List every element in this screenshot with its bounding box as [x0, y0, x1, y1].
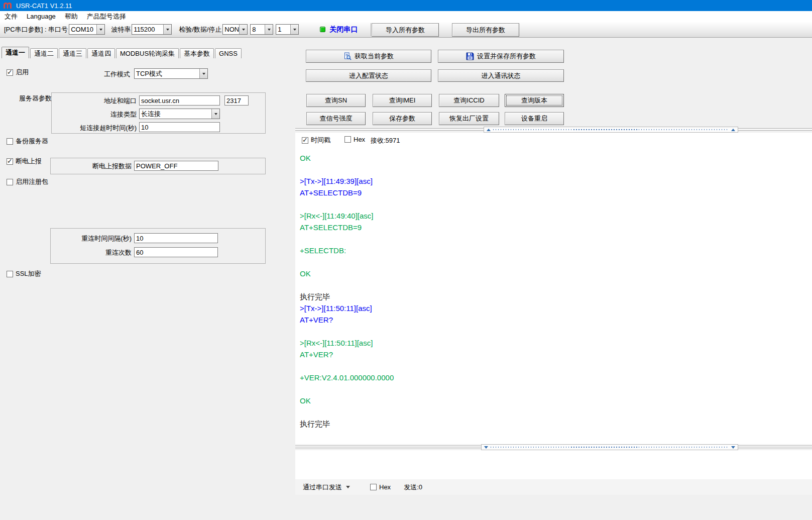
import-all-params-button[interactable]: 导入所有参数: [372, 23, 439, 37]
tab-channel-4[interactable]: 通道四: [87, 48, 115, 58]
reconnect-times-input[interactable]: [134, 247, 218, 257]
log-line: [300, 198, 812, 210]
grip-dots-icon: [493, 129, 729, 130]
tab-channel-3[interactable]: 通道三: [59, 48, 86, 58]
tab-channel-1[interactable]: 通道一: [2, 47, 29, 58]
reg-pack-label: 启用注册包: [16, 177, 48, 186]
log-line: OK: [300, 395, 812, 406]
baud-rate-select[interactable]: 115200: [132, 24, 172, 35]
timestamp-label: 时间戳: [311, 136, 330, 145]
save-icon: [466, 52, 474, 60]
log-line: 执行完毕: [300, 291, 812, 302]
enable-label: 启用: [16, 68, 29, 77]
log-bottom-splitter[interactable]: [295, 444, 812, 450]
menu-language[interactable]: Language: [22, 11, 60, 22]
tab-channel-2[interactable]: 通道二: [30, 48, 58, 58]
power-off-data-input[interactable]: [134, 161, 218, 171]
server-address-input[interactable]: [139, 95, 220, 106]
log-line: [300, 164, 812, 175]
ssl-checkbox-row: SSL加密: [7, 269, 41, 278]
channel-tabs: 通道一 通道二 通道三 通道四 MODBUS轮询采集 基本参数 GNSS: [2, 47, 242, 58]
parity-select[interactable]: NONI: [222, 24, 248, 35]
address-port-label: 地址和端口: [71, 96, 137, 106]
factory-reset-button[interactable]: 恢复出厂设置: [439, 112, 499, 125]
tab-modbus-polling[interactable]: MODBUS轮询采集: [116, 48, 179, 58]
backup-server-checkbox[interactable]: [7, 138, 13, 145]
chevron-down-icon: [239, 25, 247, 34]
tab-gnss[interactable]: GNSS: [215, 48, 242, 58]
stop-bits-select[interactable]: 1: [276, 24, 299, 35]
collapse-up-icon[interactable]: [731, 129, 735, 131]
send-via-serial-button[interactable]: 通过串口发送: [303, 483, 350, 492]
serial-toolbar: [PC串口参数] : 串口号 COM10 波特率 115200 检验/数据/停止…: [0, 22, 812, 38]
send-hex-checkbox-row: Hex: [370, 483, 391, 491]
log-line: OK: [300, 152, 812, 164]
log-line: 执行完毕: [300, 418, 812, 430]
device-reboot-button[interactable]: 设备重启: [505, 112, 564, 125]
splitter-grip[interactable]: [481, 444, 738, 450]
server-params-label: 服务器参数: [19, 93, 52, 103]
collapse-down-icon[interactable]: [484, 446, 488, 449]
port-open-led-icon: [320, 27, 325, 32]
power-off-report-checkbox[interactable]: [7, 158, 13, 165]
send-hex-label: Hex: [379, 483, 391, 491]
timestamp-checkbox-row: 时间戳: [302, 136, 330, 145]
power-off-data-label: 断电上报数据: [60, 161, 132, 171]
log-line: [300, 256, 812, 268]
log-line: AT+VER?: [300, 349, 812, 360]
log-line: AT+VER?: [300, 314, 812, 326]
data-bits-select[interactable]: 8: [250, 24, 273, 35]
com-port-select[interactable]: COM10: [69, 24, 105, 35]
short-conn-timeout-input[interactable]: [139, 122, 220, 132]
log-line: +SELECTDB:: [300, 245, 812, 256]
receive-hex-label: Hex: [354, 136, 365, 143]
baud-rate-label: 波特率: [111, 25, 131, 34]
set-save-all-params-button[interactable]: 设置并保存所有参数: [438, 50, 564, 63]
usr-cat1-window: USR-CAT1 V1.2.11 文件 Language 帮助 产品型号选择 […: [0, 0, 812, 520]
send-hex-checkbox[interactable]: [370, 484, 377, 490]
ssl-label: SSL加密: [16, 269, 41, 278]
send-input[interactable]: [295, 450, 812, 479]
log-top-splitter[interactable]: [295, 127, 812, 133]
connection-type-select[interactable]: 长连接: [139, 109, 220, 119]
enable-checkbox[interactable]: [7, 69, 13, 76]
chevron-down-icon: [290, 25, 298, 34]
log-line: [300, 360, 812, 372]
collapse-up-icon[interactable]: [487, 129, 491, 131]
get-current-params-button[interactable]: 获取当前参数: [306, 50, 431, 63]
receive-hex-checkbox[interactable]: [344, 136, 351, 143]
query-iccid-button[interactable]: 查询ICCID: [439, 94, 499, 107]
timestamp-checkbox[interactable]: [302, 137, 308, 144]
work-mode-select[interactable]: TCP模式: [134, 68, 208, 79]
query-sn-button[interactable]: 查询SN: [306, 94, 366, 107]
reconnect-interval-input[interactable]: [134, 233, 218, 243]
export-all-params-button[interactable]: 导出所有参数: [452, 23, 519, 37]
query-imei-button[interactable]: 查询IMEI: [373, 94, 432, 107]
serial-port-label: [PC串口参数] : 串口号: [4, 25, 68, 34]
collapse-down-icon[interactable]: [731, 446, 735, 449]
send-bar: 通过串口发送 Hex 发送:0: [295, 479, 812, 495]
close-port-button[interactable]: 关闭串口: [329, 25, 358, 34]
log-output[interactable]: OK >[Tx->][11:49:39][asc]AT+SELECTDB=9 >…: [295, 147, 812, 443]
query-signal-button[interactable]: 查信号强度: [306, 112, 366, 125]
power-off-report-checkbox-row: 断电上报: [7, 157, 42, 166]
menubar: 文件 Language 帮助 产品型号选择: [0, 11, 812, 22]
enter-config-state-button[interactable]: 进入配置状态: [306, 69, 431, 82]
tab-basic-params[interactable]: 基本参数: [180, 48, 214, 58]
log-line: +VER:V2.4.01.000000.0000: [300, 372, 812, 383]
menu-file[interactable]: 文件: [0, 11, 22, 22]
connection-type-label: 连接类型: [71, 110, 137, 120]
enter-comm-state-button[interactable]: 进入通讯状态: [438, 69, 564, 82]
log-line: AT+SELECTDB=9: [300, 187, 812, 198]
save-params-button[interactable]: 保存参数: [373, 112, 432, 125]
menu-product-model[interactable]: 产品型号选择: [82, 11, 131, 22]
menu-help[interactable]: 帮助: [60, 11, 82, 22]
splitter-grip[interactable]: [484, 127, 738, 133]
ssl-checkbox[interactable]: [7, 271, 13, 277]
query-version-button[interactable]: 查询版本: [505, 94, 564, 107]
chevron-down-icon: [199, 69, 207, 78]
server-port-input[interactable]: [224, 95, 249, 106]
titlebar: USR-CAT1 V1.2.11: [0, 0, 812, 11]
app-logo-icon: [4, 3, 12, 9]
reg-pack-checkbox[interactable]: [7, 179, 13, 185]
